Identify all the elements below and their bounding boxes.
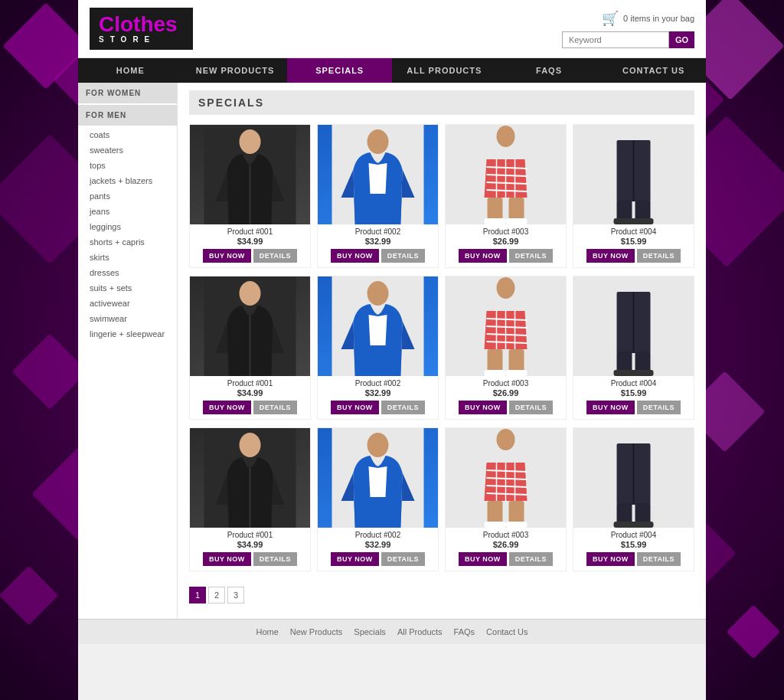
sidebar-item-swimwear[interactable]: swimwear xyxy=(78,311,177,326)
details-button-12[interactable]: DETAILS xyxy=(637,552,681,566)
product-price-7: $26.99 xyxy=(446,388,566,397)
footer-link-contact[interactable]: Contact Us xyxy=(486,627,528,636)
pagination: 1 2 3 xyxy=(189,579,694,611)
svg-point-31 xyxy=(497,277,515,299)
sidebar-item-pants[interactable]: pants xyxy=(78,188,177,204)
product-price-3: $26.99 xyxy=(446,237,566,246)
sidebar-item-sweaters[interactable]: sweaters xyxy=(78,142,177,158)
sidebar-item-tops[interactable]: tops xyxy=(78,158,177,173)
product-price-2: $32.99 xyxy=(318,237,438,246)
footer-link-home[interactable]: Home xyxy=(256,627,278,636)
buy-button-6[interactable]: BUY NOW xyxy=(331,401,379,414)
nav-all-products[interactable]: ALL PRODUCTS xyxy=(392,58,497,83)
svg-rect-42 xyxy=(506,370,528,376)
header-right: 🛒 0 items in your bag GO xyxy=(562,10,694,48)
details-button-9[interactable]: DETAILS xyxy=(253,552,297,566)
sidebar-item-skirts[interactable]: skirts xyxy=(78,250,177,265)
sidebar-section-women: FOR WOMEN xyxy=(78,83,177,103)
svg-rect-46 xyxy=(617,352,632,373)
footer-link-new-products[interactable]: New Products xyxy=(290,627,342,636)
details-button-11[interactable]: DETAILS xyxy=(509,552,553,566)
sidebar-item-activewear[interactable]: activewear xyxy=(78,296,177,311)
header: Clothes STORE 🛒 0 items in your bag GO xyxy=(78,0,706,58)
page-button-1[interactable]: 1 xyxy=(189,587,206,604)
nav-specials[interactable]: SPECIALS xyxy=(287,58,392,83)
details-button-7[interactable]: DETAILS xyxy=(509,401,553,414)
product-card-9: Product #001 $34.99 BUY NOW DETAILS xyxy=(189,427,311,571)
sidebar-section-men: FOR MEN xyxy=(78,105,177,126)
nav-faqs[interactable]: FAQs xyxy=(497,58,602,83)
details-button-6[interactable]: DETAILS xyxy=(381,401,425,414)
product-image-5 xyxy=(190,276,310,376)
product-image-6 xyxy=(318,276,438,376)
footer-link-specials[interactable]: Specials xyxy=(354,627,386,636)
nav-new-products[interactable]: NEW PRODUCTS xyxy=(183,58,288,83)
details-button-4[interactable]: DETAILS xyxy=(637,249,681,263)
page-wrapper: Clothes STORE 🛒 0 items in your bag GO H… xyxy=(78,0,706,700)
product-image-7 xyxy=(446,276,566,376)
svg-point-54 xyxy=(368,433,389,457)
product-name-2: Product #002 xyxy=(319,227,436,236)
svg-rect-23 xyxy=(614,218,635,224)
sidebar-item-suits[interactable]: suits + sets xyxy=(78,280,177,296)
page-button-2[interactable]: 2 xyxy=(208,587,225,604)
buy-button-8[interactable]: BUY NOW xyxy=(586,401,635,414)
nav-contact[interactable]: CONTACT US xyxy=(601,58,706,83)
products-area: SPECIALS Pro xyxy=(178,83,706,619)
product-price-10: $32.99 xyxy=(318,540,438,549)
details-button-8[interactable]: DETAILS xyxy=(637,401,681,414)
details-button-10[interactable]: DETAILS xyxy=(381,552,425,566)
specials-title: SPECIALS xyxy=(189,90,694,115)
buy-button-3[interactable]: BUY NOW xyxy=(459,249,507,263)
sidebar-item-lingerie[interactable]: lingerie + sleepwear xyxy=(78,326,177,342)
search-input[interactable] xyxy=(562,31,669,48)
search-button[interactable]: GO xyxy=(669,31,694,48)
svg-point-56 xyxy=(497,429,515,450)
buy-button-11[interactable]: BUY NOW xyxy=(459,552,507,566)
buy-button-9[interactable]: BUY NOW xyxy=(203,552,251,566)
page-button-3[interactable]: 3 xyxy=(227,587,244,604)
product-name-5: Product #001 xyxy=(191,379,309,388)
cart-text: 0 items in your bag xyxy=(623,14,694,23)
product-card-5: Product #001 $34.99 BUY NOW DETAILS xyxy=(189,276,311,420)
sidebar-item-leggings[interactable]: leggings xyxy=(78,219,177,234)
svg-rect-71 xyxy=(617,503,632,525)
nav-home[interactable]: HOME xyxy=(78,58,183,83)
sidebar-item-jeans[interactable]: jeans xyxy=(78,204,177,219)
product-card-8: Product #004 $15.99 BUY NOW DETAILS xyxy=(573,276,694,420)
logo[interactable]: Clothes STORE xyxy=(90,8,193,50)
details-button-2[interactable]: DETAILS xyxy=(381,249,425,263)
buy-button-2[interactable]: BUY NOW xyxy=(331,249,379,263)
product-actions-9: BUY NOW DETAILS xyxy=(190,552,310,571)
product-image-1 xyxy=(190,125,310,224)
product-name-6: Product #002 xyxy=(319,379,436,388)
buy-button-12[interactable]: BUY NOW xyxy=(586,552,635,566)
product-name-4: Product #004 xyxy=(575,227,692,236)
svg-point-6 xyxy=(497,126,515,147)
details-button-3[interactable]: DETAILS xyxy=(509,249,553,263)
sidebar-item-shorts[interactable]: shorts + capris xyxy=(78,234,177,250)
buy-button-10[interactable]: BUY NOW xyxy=(331,552,379,566)
svg-rect-39 xyxy=(488,349,503,372)
svg-point-4 xyxy=(368,129,389,154)
footer-link-all-products[interactable]: All Products xyxy=(397,627,443,636)
product-actions-10: BUY NOW DETAILS xyxy=(318,552,438,571)
product-name-9: Product #001 xyxy=(191,531,309,539)
product-actions-8: BUY NOW DETAILS xyxy=(573,401,694,419)
svg-rect-21 xyxy=(617,200,632,221)
svg-rect-41 xyxy=(485,370,506,376)
buy-button-4[interactable]: BUY NOW xyxy=(586,249,635,263)
sidebar-item-dresses[interactable]: dresses xyxy=(78,265,177,280)
buy-button-1[interactable]: BUY NOW xyxy=(203,249,251,263)
sidebar-item-coats[interactable]: coats xyxy=(78,127,177,142)
product-price-5: $34.99 xyxy=(190,388,310,397)
details-button-1[interactable]: DETAILS xyxy=(253,249,297,263)
buy-button-5[interactable]: BUY NOW xyxy=(203,401,251,414)
sidebar-item-jackets[interactable]: jackets + blazers xyxy=(78,173,177,188)
details-button-5[interactable]: DETAILS xyxy=(253,401,297,414)
product-actions-6: BUY NOW DETAILS xyxy=(318,401,438,419)
product-actions-3: BUY NOW DETAILS xyxy=(446,249,566,267)
product-actions-4: BUY NOW DETAILS xyxy=(573,249,694,267)
buy-button-7[interactable]: BUY NOW xyxy=(459,401,507,414)
footer-link-faqs[interactable]: FAQs xyxy=(454,627,475,636)
